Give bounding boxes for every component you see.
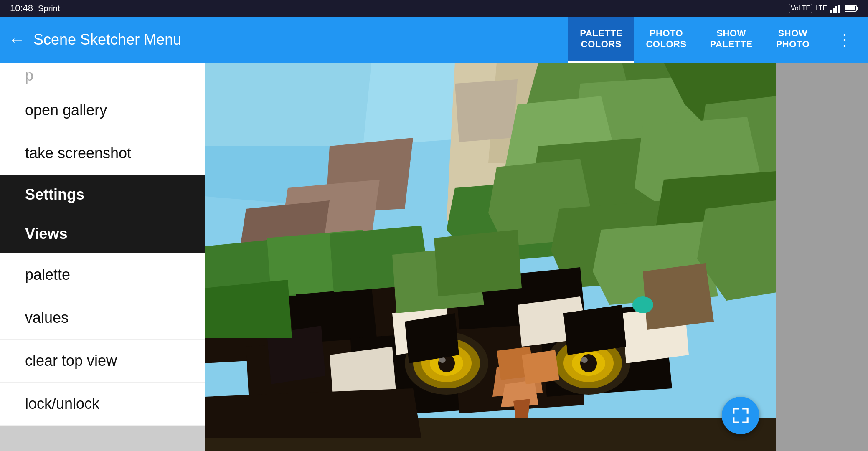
tab-palette-colors[interactable]: PALETTE COLORS	[568, 17, 634, 63]
tab-bar: PALETTE COLORS PHOTO COLORS SHOW PALETTE…	[568, 17, 821, 63]
painting-scene	[205, 63, 776, 451]
signal-icon	[830, 4, 841, 13]
tab-photo-colors[interactable]: PHOTO COLORS	[634, 17, 698, 63]
app-title: Scene Sketcher Menu	[33, 31, 560, 48]
svg-point-67	[632, 296, 653, 313]
tab-show-palette[interactable]: SHOW PALETTE	[698, 17, 764, 63]
status-icons: VoLTE LTE	[789, 4, 858, 13]
image-area	[205, 63, 776, 451]
menu-item-values[interactable]: values	[0, 296, 205, 340]
svg-marker-61	[563, 305, 626, 355]
right-gray-area	[776, 63, 868, 451]
svg-rect-2	[835, 6, 837, 13]
svg-marker-64	[205, 388, 421, 438]
svg-marker-65	[643, 263, 714, 330]
svg-rect-0	[830, 10, 832, 13]
svg-rect-3	[838, 5, 840, 13]
status-time: 10:48	[10, 3, 33, 14]
menu-item-open-gallery[interactable]: open gallery	[0, 89, 205, 132]
menu-item-take-screenshot[interactable]: take screenshot	[0, 132, 205, 175]
svg-point-50	[580, 354, 597, 372]
fullscreen-fab-button[interactable]	[722, 397, 759, 434]
status-bar: 10:48 Sprint VoLTE LTE	[0, 0, 868, 17]
svg-marker-69	[522, 350, 559, 384]
more-options-button[interactable]: ⋮	[830, 30, 860, 49]
carrier-label: Sprint	[38, 4, 60, 13]
battery-icon	[845, 5, 858, 12]
menu-item-settings[interactable]: Settings	[0, 175, 205, 214]
svg-marker-54	[513, 399, 530, 418]
menu-item-lock-unlock[interactable]: lock/unlock	[0, 383, 205, 426]
svg-point-51	[581, 357, 588, 363]
menu-item-palette[interactable]: palette	[0, 253, 205, 296]
back-button[interactable]: ←	[8, 31, 25, 48]
fullscreen-icon	[730, 405, 751, 426]
svg-marker-73	[205, 280, 292, 338]
menu-item-partial[interactable]: p	[0, 63, 205, 89]
svg-marker-75	[434, 230, 522, 296]
svg-marker-14	[455, 79, 518, 142]
svg-rect-1	[833, 8, 835, 13]
menu-item-views[interactable]: Views	[0, 214, 205, 253]
svg-marker-59	[405, 313, 459, 363]
menu-item-clear-top-view[interactable]: clear top view	[0, 340, 205, 383]
main-content: p open gallery take screenshot Settings …	[0, 63, 868, 451]
svg-rect-6	[845, 6, 855, 10]
side-menu: p open gallery take screenshot Settings …	[0, 63, 205, 451]
volte-icon: VoLTE	[789, 4, 812, 13]
app-bar: ← Scene Sketcher Menu PALETTE COLORS PHO…	[0, 17, 868, 63]
svg-rect-5	[856, 7, 858, 10]
tab-show-photo[interactable]: SHOW PHOTO	[764, 17, 821, 63]
lte-icon: LTE	[815, 5, 827, 12]
